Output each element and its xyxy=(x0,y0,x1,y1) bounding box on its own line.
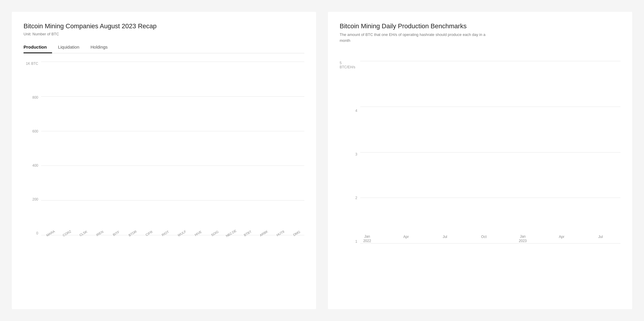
bar-group xyxy=(504,233,515,244)
bar-x-label: BTDR xyxy=(128,230,137,237)
bar-group: CIFR xyxy=(141,230,156,235)
right-bars: Jan 2022AprJulOctJan 2023AprJul xyxy=(360,61,620,244)
tab-bar: Production Liquidation Holdings xyxy=(24,42,304,53)
bar-group: CLSK xyxy=(75,230,90,235)
bar-group: IREN xyxy=(91,230,106,235)
left-bars: MARACORZCLSKIRENBITFBTDRCIFRRIOTWULFHIVE… xyxy=(41,62,304,235)
right-title: Bitcoin Mining Daily Production Benchmar… xyxy=(340,22,620,30)
bar-group xyxy=(530,233,541,244)
bar-group: Jan 2023 xyxy=(517,233,528,244)
bar-x-label: Apr xyxy=(403,235,409,244)
bar-group xyxy=(374,233,386,244)
bar-x-label: Jan 2022 xyxy=(363,234,371,244)
tab-liquidation[interactable]: Liquidation xyxy=(58,42,85,53)
y-axis-label: 1K BTC xyxy=(26,62,38,66)
bar-group: NB2.DE xyxy=(223,230,238,235)
bar-group xyxy=(465,233,477,244)
y-axis-label: 400 xyxy=(32,163,38,168)
left-subtitle: Unit: Number of BTC xyxy=(24,32,304,36)
y-axis-label: 1 xyxy=(355,239,357,244)
bar-x-label: DMG xyxy=(293,230,301,237)
bar-x-label: BTBT xyxy=(243,230,252,237)
y-axis-label: 600 xyxy=(32,129,38,133)
bar-group: HUT8 xyxy=(272,230,287,235)
bar-x-label: NB2.DE xyxy=(225,229,237,238)
tab-holdings[interactable]: Holdings xyxy=(91,42,113,53)
bar-x-label: MARA xyxy=(46,229,56,237)
bar-group xyxy=(582,233,593,244)
right-y-axis: 12345 BTC/EH/s xyxy=(340,61,360,252)
left-panel: Bitcoin Mining Companies August 2023 Rec… xyxy=(12,12,316,309)
right-subtitle: The amount of BTC that one EH/s of opera… xyxy=(340,32,493,43)
bar-x-label: IREN xyxy=(96,230,104,237)
tab-production[interactable]: Production xyxy=(24,42,52,53)
y-axis-label: 200 xyxy=(32,197,38,201)
y-axis-label: 4 xyxy=(355,109,357,113)
bar-x-label: HUT8 xyxy=(276,230,285,237)
y-axis-label: 3 xyxy=(355,152,357,156)
bar-x-label: Jul xyxy=(443,235,447,244)
bar-x-label: WULF xyxy=(177,229,187,237)
bar-group: BTDR xyxy=(124,230,139,235)
left-title: Bitcoin Mining Companies August 2023 Rec… xyxy=(24,22,304,30)
bar-x-label: Apr xyxy=(559,235,565,244)
bar-group xyxy=(387,233,399,244)
bar-group xyxy=(491,233,503,244)
bar-x-label: Jan 2023 xyxy=(519,234,527,244)
bar-x-label: Oct xyxy=(481,235,487,244)
bar-x-label: CORZ xyxy=(62,229,72,237)
bar-group xyxy=(413,233,425,244)
bar-x-label: BITF xyxy=(112,230,120,236)
y-axis-label: 800 xyxy=(32,95,38,100)
bar-group: Jan 2022 xyxy=(361,233,373,244)
bar-group: MARA xyxy=(42,230,57,235)
bar-group: WULF xyxy=(174,230,188,235)
left-y-axis: 02004006008001K BTC xyxy=(24,62,41,244)
bar-group: Jul xyxy=(439,233,451,244)
left-bar-chart: 02004006008001K BTC MARACORZCLSKIRENBITF… xyxy=(24,62,304,244)
bar-group xyxy=(569,233,580,244)
bar-group: Apr xyxy=(400,233,412,244)
bar-x-label: ARBK xyxy=(259,230,268,237)
bar-group xyxy=(608,233,619,244)
y-axis-label: 2 xyxy=(355,196,357,200)
bar-group: Oct xyxy=(478,233,490,244)
bar-group xyxy=(543,233,554,244)
bar-x-label: CLSK xyxy=(79,230,88,237)
right-chart-body: Jan 2022AprJulOctJan 2023AprJul xyxy=(360,61,620,252)
bar-x-label: SDIG xyxy=(210,230,219,237)
bar-group: CORZ xyxy=(59,230,74,235)
bar-group: Jul xyxy=(595,233,606,244)
bar-group: Apr xyxy=(556,233,567,244)
right-bar-chart: 12345 BTC/EH/s Jan 2022AprJulOctJan 2023… xyxy=(340,61,620,252)
bar-x-label: Jul xyxy=(598,235,603,244)
y-axis-label: 5 BTC/EH/s xyxy=(340,61,357,69)
bar-group: HIVE xyxy=(190,230,205,235)
left-chart-body: MARACORZCLSKIRENBITFBTDRCIFRRIOTWULFHIVE… xyxy=(41,62,304,244)
bar-group: SDIG xyxy=(206,230,221,235)
bar-x-label: RIOT xyxy=(161,230,170,237)
bar-group: BTBT xyxy=(239,230,254,235)
bar-group: DMG xyxy=(288,230,303,235)
right-panel: Bitcoin Mining Daily Production Benchmar… xyxy=(328,12,632,309)
y-axis-label: 0 xyxy=(36,231,38,235)
bar-group xyxy=(426,233,438,244)
bar-x-label: CIFR xyxy=(145,230,153,237)
bar-group: ARBK xyxy=(256,230,271,235)
bar-group xyxy=(452,233,464,244)
bar-group: BITF xyxy=(108,230,123,235)
bar-group: RIOT xyxy=(157,230,172,235)
bar-x-label: HIVE xyxy=(194,230,202,237)
